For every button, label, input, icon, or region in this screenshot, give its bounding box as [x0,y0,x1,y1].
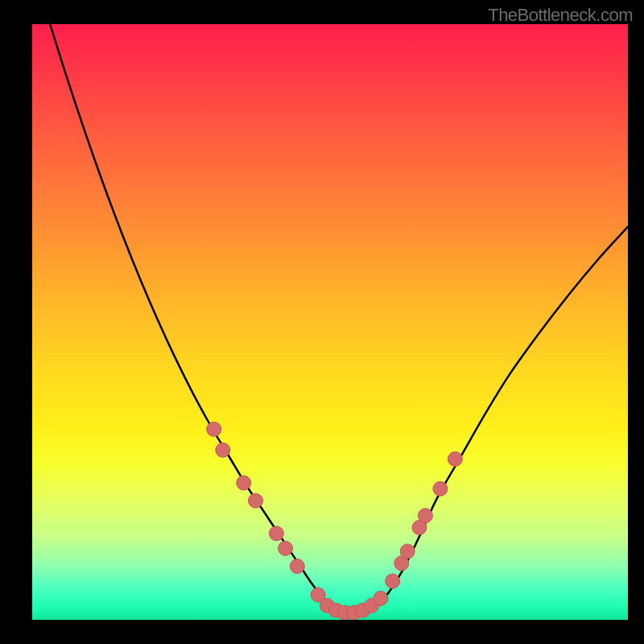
data-marker [374,591,388,605]
curve-layer [32,24,628,620]
bottleneck-curve [32,24,628,614]
data-marker [269,526,283,541]
data-marker [207,422,221,436]
watermark-text: TheBottleneck.com [488,5,633,26]
data-marker [400,544,415,559]
data-marker [216,443,230,457]
data-marker [237,476,251,490]
data-marker [290,559,304,573]
markers-group [207,422,463,620]
plot-area [32,24,628,620]
data-marker [418,509,432,523]
data-marker [433,481,448,496]
chart-frame: TheBottleneck.com [0,0,644,644]
data-marker [249,493,263,508]
data-marker [448,452,462,466]
data-marker [279,541,293,555]
data-marker [386,574,400,588]
